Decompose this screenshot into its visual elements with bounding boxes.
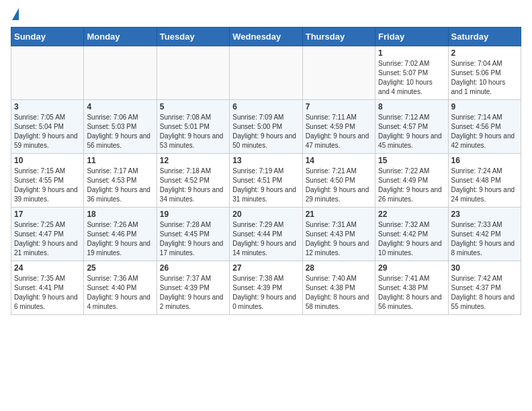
calendar-day-cell: 9Sunrise: 7:14 AM Sunset: 4:56 PM Daylig… (448, 100, 521, 154)
calendar-day-cell (230, 46, 302, 100)
calendar-day-cell: 29Sunrise: 7:41 AM Sunset: 4:38 PM Dayli… (375, 261, 448, 315)
day-info: Sunrise: 7:32 AM Sunset: 4:42 PM Dayligh… (378, 220, 445, 258)
day-info: Sunrise: 7:17 AM Sunset: 4:53 PM Dayligh… (87, 167, 153, 204)
day-number: 21 (306, 210, 372, 219)
calendar-day-cell: 22Sunrise: 7:32 AM Sunset: 4:42 PM Dayli… (375, 208, 448, 261)
day-info: Sunrise: 7:42 AM Sunset: 4:37 PM Dayligh… (451, 274, 518, 312)
day-info: Sunrise: 7:18 AM Sunset: 4:52 PM Dayligh… (160, 167, 226, 204)
calendar-day-cell: 24Sunrise: 7:35 AM Sunset: 4:41 PM Dayli… (11, 261, 84, 315)
calendar-day-cell (11, 46, 84, 100)
logo (11, 11, 19, 20)
day-info: Sunrise: 7:41 AM Sunset: 4:38 PM Dayligh… (378, 274, 445, 312)
calendar-day-cell: 12Sunrise: 7:18 AM Sunset: 4:52 PM Dayli… (157, 154, 229, 208)
day-number: 15 (378, 156, 445, 165)
header (11, 11, 521, 20)
day-number: 3 (14, 102, 81, 111)
day-info: Sunrise: 7:24 AM Sunset: 4:48 PM Dayligh… (451, 167, 518, 204)
weekday-header-monday: Monday (84, 28, 157, 46)
calendar-day-cell: 5Sunrise: 7:08 AM Sunset: 5:01 PM Daylig… (157, 100, 229, 154)
day-number: 1 (378, 48, 445, 58)
calendar-day-cell (302, 46, 375, 100)
day-info: Sunrise: 7:37 AM Sunset: 4:39 PM Dayligh… (160, 274, 226, 312)
day-info: Sunrise: 7:26 AM Sunset: 4:46 PM Dayligh… (87, 220, 153, 258)
day-info: Sunrise: 7:33 AM Sunset: 4:42 PM Dayligh… (451, 220, 518, 258)
calendar-day-cell: 6Sunrise: 7:09 AM Sunset: 5:00 PM Daylig… (230, 100, 302, 154)
day-info: Sunrise: 7:19 AM Sunset: 4:51 PM Dayligh… (232, 167, 299, 204)
day-number: 22 (378, 210, 445, 219)
day-number: 9 (451, 102, 518, 111)
day-number: 2 (451, 48, 518, 58)
calendar-day-cell: 1Sunrise: 7:02 AM Sunset: 5:07 PM Daylig… (375, 46, 448, 100)
day-info: Sunrise: 7:21 AM Sunset: 4:50 PM Dayligh… (306, 167, 372, 204)
page-container: SundayMondayTuesdayWednesdayThursdayFrid… (0, 0, 532, 320)
day-number: 30 (451, 263, 518, 273)
day-number: 6 (232, 102, 299, 111)
day-number: 17 (14, 210, 81, 219)
logo-triangle-icon (12, 8, 19, 20)
day-number: 26 (160, 263, 226, 273)
calendar-day-cell (84, 46, 157, 100)
day-info: Sunrise: 7:28 AM Sunset: 4:45 PM Dayligh… (160, 220, 226, 258)
day-number: 10 (14, 156, 81, 165)
day-number: 11 (87, 156, 153, 165)
day-number: 14 (306, 156, 372, 165)
day-info: Sunrise: 7:04 AM Sunset: 5:06 PM Dayligh… (451, 59, 518, 97)
calendar-day-cell: 28Sunrise: 7:40 AM Sunset: 4:38 PM Dayli… (302, 261, 375, 315)
day-number: 28 (306, 263, 372, 273)
calendar-day-cell: 30Sunrise: 7:42 AM Sunset: 4:37 PM Dayli… (448, 261, 521, 315)
calendar-day-cell: 25Sunrise: 7:36 AM Sunset: 4:40 PM Dayli… (84, 261, 157, 315)
calendar-day-cell: 20Sunrise: 7:29 AM Sunset: 4:44 PM Dayli… (230, 208, 302, 261)
day-number: 13 (232, 156, 299, 165)
day-info: Sunrise: 7:05 AM Sunset: 5:04 PM Dayligh… (14, 113, 81, 150)
calendar-table: SundayMondayTuesdayWednesdayThursdayFrid… (11, 27, 521, 315)
day-number: 23 (451, 210, 518, 219)
day-info: Sunrise: 7:35 AM Sunset: 4:41 PM Dayligh… (14, 274, 81, 312)
day-number: 19 (160, 210, 226, 219)
day-info: Sunrise: 7:12 AM Sunset: 4:57 PM Dayligh… (378, 113, 445, 150)
calendar-week-row: 3Sunrise: 7:05 AM Sunset: 5:04 PM Daylig… (11, 100, 521, 154)
calendar-day-cell: 16Sunrise: 7:24 AM Sunset: 4:48 PM Dayli… (448, 154, 521, 208)
calendar-day-cell: 11Sunrise: 7:17 AM Sunset: 4:53 PM Dayli… (84, 154, 157, 208)
day-info: Sunrise: 7:36 AM Sunset: 4:40 PM Dayligh… (87, 274, 153, 312)
day-info: Sunrise: 7:14 AM Sunset: 4:56 PM Dayligh… (451, 113, 518, 150)
calendar-day-cell: 8Sunrise: 7:12 AM Sunset: 4:57 PM Daylig… (375, 100, 448, 154)
calendar-day-cell: 19Sunrise: 7:28 AM Sunset: 4:45 PM Dayli… (157, 208, 229, 261)
calendar-header-row: SundayMondayTuesdayWednesdayThursdayFrid… (11, 28, 521, 46)
calendar-day-cell: 23Sunrise: 7:33 AM Sunset: 4:42 PM Dayli… (448, 208, 521, 261)
calendar-week-row: 17Sunrise: 7:25 AM Sunset: 4:47 PM Dayli… (11, 208, 521, 261)
calendar-day-cell (157, 46, 229, 100)
calendar-day-cell: 4Sunrise: 7:06 AM Sunset: 5:03 PM Daylig… (84, 100, 157, 154)
day-info: Sunrise: 7:31 AM Sunset: 4:43 PM Dayligh… (306, 220, 372, 258)
calendar-day-cell: 21Sunrise: 7:31 AM Sunset: 4:43 PM Dayli… (302, 208, 375, 261)
day-info: Sunrise: 7:11 AM Sunset: 4:59 PM Dayligh… (306, 113, 372, 150)
calendar-day-cell: 13Sunrise: 7:19 AM Sunset: 4:51 PM Dayli… (230, 154, 302, 208)
calendar-day-cell: 15Sunrise: 7:22 AM Sunset: 4:49 PM Dayli… (375, 154, 448, 208)
calendar-day-cell: 14Sunrise: 7:21 AM Sunset: 4:50 PM Dayli… (302, 154, 375, 208)
calendar-day-cell: 17Sunrise: 7:25 AM Sunset: 4:47 PM Dayli… (11, 208, 84, 261)
calendar-week-row: 1Sunrise: 7:02 AM Sunset: 5:07 PM Daylig… (11, 46, 521, 100)
weekday-header-tuesday: Tuesday (157, 28, 229, 46)
day-number: 24 (14, 263, 81, 273)
calendar-day-cell: 2Sunrise: 7:04 AM Sunset: 5:06 PM Daylig… (448, 46, 521, 100)
calendar-day-cell: 18Sunrise: 7:26 AM Sunset: 4:46 PM Dayli… (84, 208, 157, 261)
day-info: Sunrise: 7:15 AM Sunset: 4:55 PM Dayligh… (14, 167, 81, 204)
day-info: Sunrise: 7:08 AM Sunset: 5:01 PM Dayligh… (160, 113, 226, 150)
day-number: 4 (87, 102, 153, 111)
day-number: 12 (160, 156, 226, 165)
day-info: Sunrise: 7:38 AM Sunset: 4:39 PM Dayligh… (232, 274, 299, 312)
weekday-header-sunday: Sunday (11, 28, 84, 46)
day-number: 7 (306, 102, 372, 111)
day-number: 29 (378, 263, 445, 273)
calendar-day-cell: 7Sunrise: 7:11 AM Sunset: 4:59 PM Daylig… (302, 100, 375, 154)
weekday-header-saturday: Saturday (448, 28, 521, 46)
day-number: 20 (232, 210, 299, 219)
weekday-header-friday: Friday (375, 28, 448, 46)
day-info: Sunrise: 7:02 AM Sunset: 5:07 PM Dayligh… (378, 59, 445, 97)
calendar-week-row: 10Sunrise: 7:15 AM Sunset: 4:55 PM Dayli… (11, 154, 521, 208)
weekday-header-wednesday: Wednesday (230, 28, 302, 46)
calendar-day-cell: 10Sunrise: 7:15 AM Sunset: 4:55 PM Dayli… (11, 154, 84, 208)
day-info: Sunrise: 7:09 AM Sunset: 5:00 PM Dayligh… (232, 113, 299, 150)
day-number: 5 (160, 102, 226, 111)
calendar-day-cell: 3Sunrise: 7:05 AM Sunset: 5:04 PM Daylig… (11, 100, 84, 154)
day-info: Sunrise: 7:29 AM Sunset: 4:44 PM Dayligh… (232, 220, 299, 258)
